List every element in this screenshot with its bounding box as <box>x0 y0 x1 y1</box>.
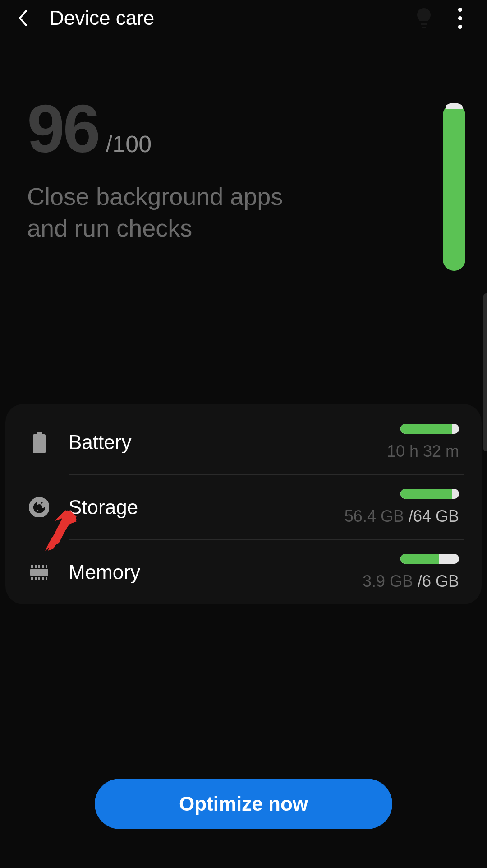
memory-icon <box>28 564 51 580</box>
memory-right: 3.9 GB /6 GB <box>363 554 459 591</box>
page-title: Device care <box>50 7 154 29</box>
memory-label: Memory <box>69 561 363 584</box>
lightbulb-icon <box>416 7 432 29</box>
svg-rect-4 <box>31 565 33 568</box>
storage-bar-fill <box>400 489 452 499</box>
storage-icon <box>28 497 51 517</box>
svg-rect-9 <box>31 577 33 580</box>
svg-rect-13 <box>46 577 47 580</box>
svg-rect-11 <box>38 577 40 580</box>
svg-rect-5 <box>35 565 37 568</box>
storage-bar <box>400 489 459 499</box>
score-value: 96 <box>27 95 99 162</box>
svg-rect-8 <box>46 565 47 568</box>
storage-right: 56.4 GB /64 GB <box>345 489 459 526</box>
battery-icon <box>28 432 51 453</box>
score-max: /100 <box>106 130 152 158</box>
battery-sub: 10 h 32 m <box>387 442 459 461</box>
svg-rect-1 <box>33 434 46 453</box>
memory-bar-fill <box>400 554 439 564</box>
storage-label: Storage <box>69 496 345 519</box>
svg-rect-6 <box>38 565 40 568</box>
svg-point-2 <box>36 504 42 511</box>
more-options-button[interactable] <box>451 5 469 32</box>
battery-row[interactable]: Battery 10 h 32 m <box>5 409 482 474</box>
battery-label: Battery <box>69 431 387 454</box>
battery-bar-fill <box>400 424 452 434</box>
svg-rect-3 <box>30 569 48 576</box>
dot-icon <box>458 8 462 12</box>
chevron-left-icon <box>17 9 28 27</box>
score-message: Close background apps and run checks <box>27 181 316 244</box>
back-button[interactable] <box>9 5 36 32</box>
memory-row[interactable]: Memory 3.9 GB /6 GB <box>5 539 482 604</box>
battery-right: 10 h 32 m <box>387 424 459 461</box>
svg-rect-0 <box>37 432 42 434</box>
svg-rect-12 <box>42 577 44 580</box>
battery-bar <box>400 424 459 434</box>
dot-icon <box>458 25 462 29</box>
score-section: 96 /100 Close background apps and run ch… <box>0 36 487 244</box>
svg-rect-7 <box>42 565 44 568</box>
memory-sub: 3.9 GB /6 GB <box>363 572 459 591</box>
score-bar <box>443 104 465 271</box>
header: Device care <box>0 0 487 36</box>
storage-row[interactable]: Storage 56.4 GB /64 GB <box>5 474 482 539</box>
dot-icon <box>458 16 462 20</box>
svg-rect-10 <box>35 577 37 580</box>
tips-button[interactable] <box>410 5 437 32</box>
metrics-panel: Battery 10 h 32 m Storage 56.4 GB /64 GB… <box>5 404 482 604</box>
optimize-button[interactable]: Optimize now <box>95 779 392 829</box>
memory-bar <box>400 554 459 564</box>
scrollbar[interactable] <box>483 293 487 451</box>
storage-sub: 56.4 GB /64 GB <box>345 507 459 526</box>
